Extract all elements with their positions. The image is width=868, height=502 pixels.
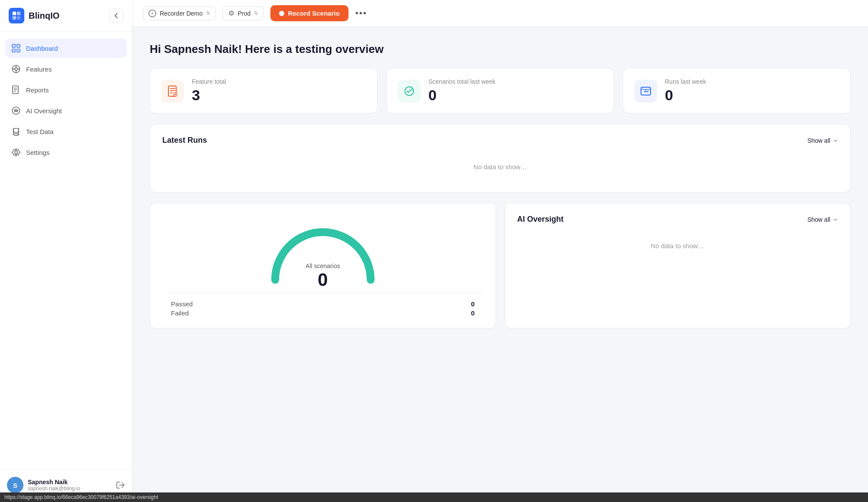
reports-icon xyxy=(11,85,21,95)
recorder-chevron-icon: ⇅ xyxy=(206,10,210,16)
ai-oversight-header: AI Oversight Show all → xyxy=(517,215,838,224)
user-name: Sapnesh Naik xyxy=(28,479,112,486)
passed-value: 0 xyxy=(471,300,474,308)
svg-point-9 xyxy=(15,68,17,70)
env-label: Prod xyxy=(238,10,251,17)
stat-info-scenarios-total: Scenarios total last week 0 xyxy=(428,78,496,104)
app-name: BlinqIO xyxy=(29,11,59,21)
logout-button[interactable] xyxy=(116,481,125,489)
stat-value-feature-total: 3 xyxy=(192,87,226,104)
svg-point-23 xyxy=(15,151,17,154)
ai-oversight-title: AI Oversight xyxy=(517,215,564,224)
gauge-label: All scenarios xyxy=(306,262,340,269)
gauge-panel: All scenarios 0 Passed Failed 0 0 xyxy=(150,203,496,328)
failed-value: 0 xyxy=(471,309,474,317)
gauge-stats: Passed Failed 0 0 xyxy=(162,293,483,317)
sidebar-nav: Dashboard Features xyxy=(0,32,132,469)
sidebar-logo: BlinqIO xyxy=(0,0,132,32)
ai-oversight-show-all[interactable]: Show all → xyxy=(807,216,838,223)
ai-oversight-panel: AI Oversight Show all → No data to show… xyxy=(505,203,851,328)
sidebar-item-label-dashboard: Dashboard xyxy=(26,45,58,52)
svg-rect-6 xyxy=(12,49,15,52)
passed-label: Passed xyxy=(171,300,193,308)
sidebar: BlinqIO Dashboard xyxy=(0,0,132,502)
record-scenario-button[interactable]: Record Scenario xyxy=(270,5,348,21)
gauge-container: All scenarios 0 xyxy=(162,215,483,289)
user-email: sapnesh.naik@bling.io xyxy=(28,486,112,492)
svg-point-18 xyxy=(13,107,20,115)
latest-runs-empty: No data to show… xyxy=(162,153,838,181)
stat-label-scenarios-total: Scenarios total last week xyxy=(428,78,496,85)
env-selector[interactable]: ⚙ Prod ⇅ xyxy=(223,6,264,20)
statusbar: https://stage.app.blinq.io/66eca96ec3007… xyxy=(0,492,868,502)
recorder-icon: ● xyxy=(148,10,156,17)
sidebar-collapse-button[interactable] xyxy=(109,9,123,23)
statusbar-url: https://stage.app.blinq.io/66eca96ec3007… xyxy=(4,494,158,500)
stat-label-feature-total: Feature total xyxy=(192,78,226,85)
latest-runs-header: Latest Runs Show all → xyxy=(162,136,838,145)
svg-rect-4 xyxy=(12,44,15,47)
stat-label-runs-last-week: Runs last week xyxy=(665,78,706,85)
svg-rect-3 xyxy=(17,16,20,20)
svg-rect-0 xyxy=(13,12,16,15)
page-title: Hi Sapnesh Naik! Here is a testing overv… xyxy=(150,43,851,56)
sidebar-item-label-ai-oversight: AI Oversight xyxy=(26,107,62,115)
svg-rect-2 xyxy=(13,16,16,20)
ai-oversight-empty: No data to show… xyxy=(517,232,838,260)
stat-card-runs-last-week: Runs last week 0 xyxy=(623,68,851,114)
features-icon xyxy=(11,64,21,74)
main-area: ● Recorder Demo ⇅ ⚙ Prod ⇅ Record Scenar… xyxy=(132,0,868,502)
test-data-icon xyxy=(11,127,21,136)
record-dot-icon xyxy=(279,11,284,16)
sidebar-item-label-test-data: Test Data xyxy=(26,128,53,135)
stat-info-runs-last-week: Runs last week 0 xyxy=(665,78,706,104)
gauge-stat-values: 0 0 xyxy=(471,300,474,317)
sidebar-item-label-settings: Settings xyxy=(26,149,49,156)
runs-last-week-icon-wrap xyxy=(635,80,657,102)
svg-rect-5 xyxy=(17,44,20,47)
app-logo-icon xyxy=(9,8,24,23)
stat-card-scenarios-total: Scenarios total last week 0 xyxy=(386,68,614,114)
sidebar-item-features[interactable]: Features xyxy=(5,59,127,79)
stat-value-scenarios-total: 0 xyxy=(428,87,496,104)
bottom-row: All scenarios 0 Passed Failed 0 0 xyxy=(150,203,851,339)
more-options-button[interactable]: ••• xyxy=(355,8,367,18)
avatar: S xyxy=(7,477,23,493)
sidebar-item-settings[interactable]: Settings xyxy=(5,143,127,162)
env-chevron-icon: ⇅ xyxy=(254,10,258,16)
topbar: ● Recorder Demo ⇅ ⚙ Prod ⇅ Record Scenar… xyxy=(132,0,868,27)
sidebar-item-test-data[interactable]: Test Data xyxy=(5,122,127,141)
sidebar-item-label-reports: Reports xyxy=(26,86,49,94)
dashboard-icon xyxy=(11,43,21,53)
failed-label: Failed xyxy=(171,309,193,317)
env-icon: ⚙ xyxy=(228,9,234,17)
latest-runs-show-all[interactable]: Show all → xyxy=(807,137,838,144)
gauge-stat-labels: Passed Failed xyxy=(171,300,193,317)
stat-value-runs-last-week: 0 xyxy=(665,87,706,104)
main-content: Hi Sapnesh Naik! Here is a testing overv… xyxy=(132,27,868,502)
latest-runs-title: Latest Runs xyxy=(162,136,207,145)
sidebar-item-reports[interactable]: Reports xyxy=(5,80,127,99)
recorder-selector[interactable]: ● Recorder Demo ⇅ xyxy=(143,7,216,20)
svg-point-19 xyxy=(15,110,17,112)
sidebar-item-dashboard[interactable]: Dashboard xyxy=(5,39,127,58)
feature-total-icon-wrap xyxy=(161,80,184,102)
svg-rect-1 xyxy=(17,12,20,15)
ai-oversight-icon xyxy=(11,106,21,115)
settings-icon xyxy=(11,148,21,157)
svg-point-22 xyxy=(13,134,19,135)
record-label: Record Scenario xyxy=(288,10,339,17)
scenarios-total-icon-wrap xyxy=(398,80,421,102)
stats-row: Feature total 3 Scenarios total last wee… xyxy=(150,68,851,114)
user-info: Sapnesh Naik sapnesh.naik@bling.io xyxy=(28,479,112,492)
svg-rect-7 xyxy=(17,49,20,52)
stat-info-feature-total: Feature total 3 xyxy=(192,78,226,104)
stat-card-feature-total: Feature total 3 xyxy=(150,68,378,114)
sidebar-item-label-features: Features xyxy=(26,66,52,73)
latest-runs-panel: Latest Runs Show all → No data to show… xyxy=(150,124,851,193)
gauge-center-text: All scenarios 0 xyxy=(306,262,340,290)
sidebar-item-ai-oversight[interactable]: AI Oversight xyxy=(5,101,127,120)
gauge-value: 0 xyxy=(306,269,340,290)
recorder-label: Recorder Demo xyxy=(160,10,203,17)
